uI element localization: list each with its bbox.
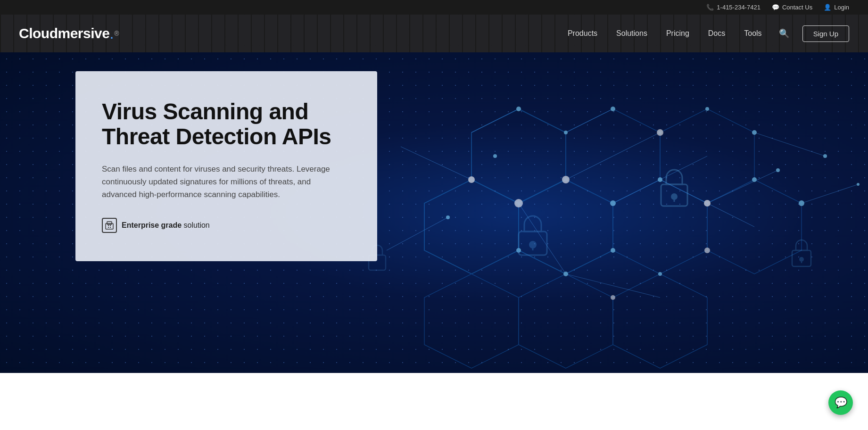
contact-link[interactable]: 💬 Contact Us — [772, 4, 812, 11]
user-icon: 👤 — [824, 4, 831, 11]
svg-rect-64 — [108, 227, 109, 228]
enterprise-icon — [102, 218, 117, 233]
svg-rect-62 — [108, 225, 109, 226]
logo-reg: ® — [114, 30, 119, 37]
hero-section: Virus Scanning and Threat Detection APIs… — [0, 52, 868, 373]
logo-text: Cloudmersive — [19, 25, 109, 41]
badge-suffix: solution — [182, 221, 210, 229]
logo-dot: . — [109, 25, 114, 42]
badge-strong: Enterprise grade — [122, 221, 182, 229]
phone-link[interactable]: 📞 1-415-234-7421 — [706, 4, 761, 11]
search-icon: 🔍 — [779, 29, 789, 38]
svg-rect-63 — [110, 225, 111, 226]
hero-card: Virus Scanning and Threat Detection APIs… — [75, 71, 377, 261]
badge-text: Enterprise grade solution — [122, 221, 210, 230]
comment-icon: 💬 — [772, 4, 779, 11]
signup-button[interactable]: Sign Up — [802, 25, 849, 42]
hero-description: Scan files and content for viruses and s… — [102, 163, 338, 201]
main-header: Cloudmersive.® Products Solutions Pricin… — [0, 15, 868, 52]
nav-item-solutions[interactable]: Solutions — [609, 25, 655, 41]
phone-icon: 📞 — [706, 4, 714, 11]
main-nav: Products Solutions Pricing Docs Tools 🔍 … — [560, 25, 849, 42]
login-link[interactable]: 👤 Login — [824, 4, 849, 11]
nav-item-pricing[interactable]: Pricing — [659, 25, 697, 41]
hero-title: Virus Scanning and Threat Detection APIs — [102, 99, 351, 149]
login-label: Login — [834, 4, 849, 11]
search-button[interactable]: 🔍 — [773, 25, 795, 42]
nav-item-tools[interactable]: Tools — [736, 25, 769, 41]
header-wrapper: Cloudmersive.® Products Solutions Pricin… — [0, 15, 868, 52]
contact-label: Contact Us — [782, 4, 812, 11]
nav-item-docs[interactable]: Docs — [701, 25, 733, 41]
nav-item-products[interactable]: Products — [560, 25, 605, 41]
hero-badge: Enterprise grade solution — [102, 218, 351, 233]
logo-area[interactable]: Cloudmersive.® — [19, 25, 119, 42]
svg-rect-65 — [110, 227, 111, 228]
top-bar: 📞 1-415-234-7421 💬 Contact Us 👤 Login — [0, 0, 868, 15]
svg-rect-61 — [107, 222, 112, 224]
phone-number: 1-415-234-7421 — [717, 4, 761, 11]
